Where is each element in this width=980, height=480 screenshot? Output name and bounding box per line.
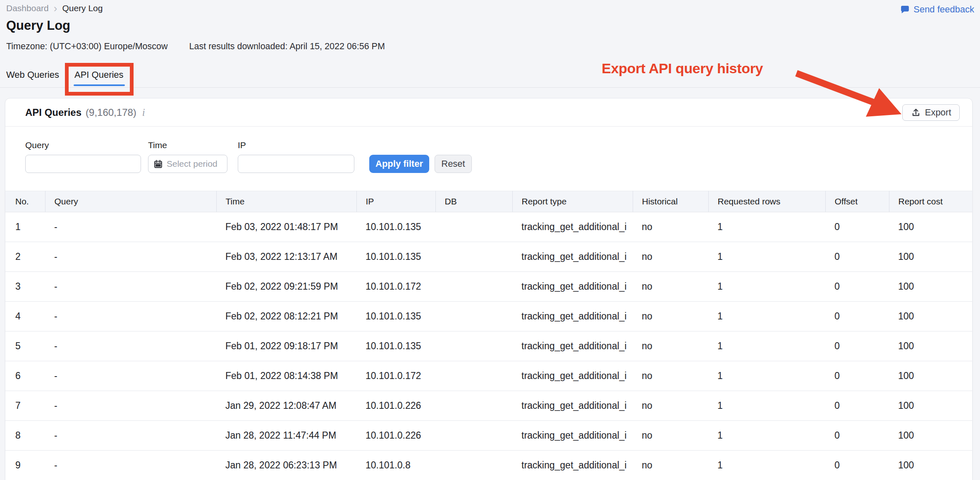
panel-header: API Queries (9,160,178) i Export [5,98,972,127]
timezone-label: Timezone: (UTC+03:00) Europe/Moscow [6,41,168,52]
cell-report-type: tracking_get_additional_i [512,302,633,331]
panel-count-badge: (9,160,178) [86,107,136,118]
cell-ip: 10.101.0.8 [356,451,435,480]
column-header-report-cost: Report cost [889,191,972,212]
cell-no: 3 [5,272,45,302]
export-button-label: Export [925,107,951,118]
table-header: No. Query Time IP DB Report type Histori… [5,191,973,212]
cell-filler [972,331,973,361]
cell-db [435,212,512,242]
column-header-db: DB [435,191,512,212]
cell-no: 7 [5,391,45,421]
cell-query: - [45,331,216,361]
cell-report-type: tracking_get_additional_i [512,421,633,451]
select-period-placeholder: Select period [167,159,218,169]
cell-report-type: tracking_get_additional_i [512,272,633,302]
cell-report-cost: 100 [889,361,972,391]
tab-web-queries[interactable]: Web Queries [6,70,59,80]
cell-db [435,361,512,391]
cell-ip: 10.101.0.172 [356,272,435,302]
select-period-control[interactable]: Select period [148,155,227,173]
export-button[interactable]: Export [902,104,960,121]
column-header-requested-rows: Requested rows [708,191,825,212]
table-body: 1-Feb 03, 2022 01:48:17 PM10.101.0.135tr… [5,212,973,480]
cell-report-cost: 100 [889,302,972,331]
cell-filler [972,391,973,421]
breadcrumb: Dashboard › Query Log [6,3,103,13]
send-feedback-link[interactable]: Send feedback [900,4,974,15]
cell-query: - [45,302,216,331]
cell-historical: no [633,361,708,391]
query-filter-input[interactable] [25,155,141,173]
cell-requested-rows: 1 [708,361,825,391]
page-title: Query Log [6,18,70,33]
column-header-report-type: Report type [512,191,633,212]
table-row: 6-Feb 01, 2022 08:14:38 PM10.101.0.172tr… [5,361,973,391]
meta-row: Timezone: (UTC+03:00) Europe/Moscow Last… [6,41,385,52]
cell-report-cost: 100 [889,242,972,272]
queries-table: No. Query Time IP DB Report type Histori… [5,191,973,480]
cell-db [435,272,512,302]
cell-report-cost: 100 [889,451,972,480]
column-header-filler [972,191,973,212]
cell-requested-rows: 1 [708,421,825,451]
reset-button[interactable]: Reset [435,155,472,173]
tab-api-queries[interactable]: API Queries [74,70,124,80]
apply-filter-button[interactable]: Apply filter [369,155,429,173]
column-header-offset: Offset [825,191,889,212]
table-row: 7-Jan 29, 2022 12:08:47 AM10.101.0.226tr… [5,391,973,421]
calendar-icon [153,159,163,169]
cell-filler [972,421,973,451]
cell-query: - [45,361,216,391]
cell-offset: 0 [825,391,889,421]
info-icon[interactable]: i [142,107,145,118]
cell-historical: no [633,451,708,480]
table-row: 9-Jan 28, 2022 06:23:13 PM10.101.0.8trac… [5,451,973,480]
cell-historical: no [633,421,708,451]
breadcrumb-current: Query Log [62,3,103,13]
cell-offset: 0 [825,451,889,480]
cell-time: Feb 01, 2022 09:18:17 PM [216,331,356,361]
cell-query: - [45,451,216,480]
cell-filler [972,451,973,480]
time-filter-label: Time [148,140,227,150]
cell-query: - [45,272,216,302]
cell-time: Feb 02, 2022 09:21:59 PM [216,272,356,302]
table-row: 2-Feb 03, 2022 12:13:17 AM10.101.0.135tr… [5,242,973,272]
cell-db [435,391,512,421]
cell-ip: 10.101.0.135 [356,302,435,331]
filters-bar: Query Time Select period IP Apply filter… [5,127,972,191]
last-results-label: Last results downloaded: April 15, 2022 … [189,41,385,52]
cell-offset: 0 [825,272,889,302]
cell-historical: no [633,272,708,302]
cell-no: 6 [5,361,45,391]
ip-filter-input[interactable] [238,155,354,173]
cell-offset: 0 [825,331,889,361]
cell-offset: 0 [825,242,889,272]
chevron-right-icon: › [54,4,57,13]
cell-time: Feb 02, 2022 08:12:21 PM [216,302,356,331]
cell-requested-rows: 1 [708,302,825,331]
cell-filler [972,272,973,302]
cell-report-type: tracking_get_additional_i [512,361,633,391]
time-filter-field: Time Select period [148,140,227,173]
cell-requested-rows: 1 [708,242,825,272]
table-row: 4-Feb 02, 2022 08:12:21 PM10.101.0.135tr… [5,302,973,331]
column-header-historical: Historical [633,191,708,212]
cell-report-type: tracking_get_additional_i [512,242,633,272]
column-header-query: Query [45,191,216,212]
cell-db [435,421,512,451]
cell-requested-rows: 1 [708,272,825,302]
cell-time: Jan 28, 2022 11:47:44 PM [216,421,356,451]
send-feedback-label: Send feedback [913,4,974,15]
cell-time: Feb 01, 2022 08:14:38 PM [216,361,356,391]
cell-historical: no [633,242,708,272]
active-tab-underline [74,84,125,86]
cell-db [435,242,512,272]
cell-filler [972,361,973,391]
cell-no: 9 [5,451,45,480]
breadcrumb-dashboard-link[interactable]: Dashboard [6,3,49,13]
cell-query: - [45,242,216,272]
cell-requested-rows: 1 [708,451,825,480]
cell-no: 4 [5,302,45,331]
